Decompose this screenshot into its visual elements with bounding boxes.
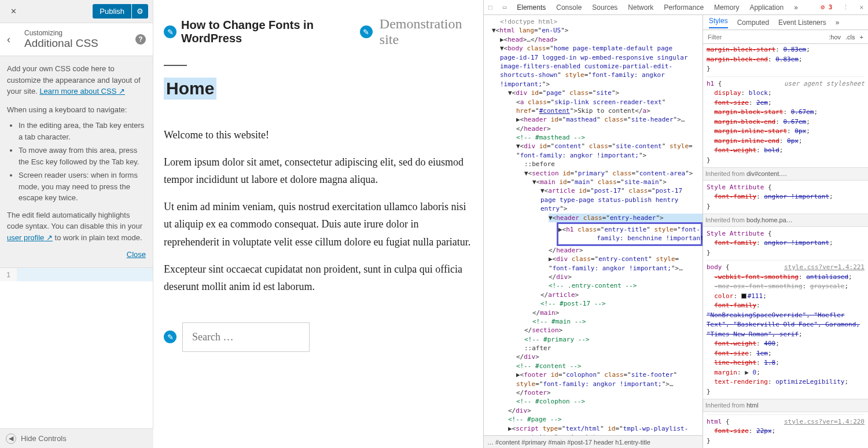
close-icon[interactable]: ✕	[5, 3, 22, 20]
back-icon[interactable]: ‹	[7, 34, 19, 46]
gear-icon[interactable]: ⚙	[132, 4, 148, 19]
list-item: Screen reader users: when in forms mode,…	[19, 170, 146, 204]
tab-computed[interactable]: Computed	[737, 19, 769, 27]
tab-sources[interactable]: Sources	[592, 3, 617, 12]
close-icon[interactable]: ✕	[859, 3, 863, 11]
tab-event-listeners[interactable]: Event Listeners	[778, 19, 826, 27]
css-rules[interactable]: margin-block-start: 0.83em;margin-block-…	[703, 44, 868, 448]
user-profile-link[interactable]: user profile ↗	[7, 233, 53, 242]
list-item: In the editing area, the Tab key enters …	[19, 120, 146, 142]
paragraph: Excepteur sint occaecat cupidatat non pr…	[164, 260, 473, 296]
filter-row: :hov .cls +	[703, 30, 868, 44]
tab-network[interactable]: Network	[628, 3, 653, 12]
kbd-list: In the editing area, the Tab key enters …	[7, 120, 146, 204]
line-number: 1	[0, 268, 17, 281]
styles-tabs: Styles Computed Event Listeners »	[703, 15, 868, 30]
more-tabs-icon[interactable]: »	[794, 3, 798, 12]
site-tagline: Demonstration site	[380, 16, 473, 47]
error-badge[interactable]: ⊘ 3	[821, 3, 833, 11]
styles-pane: Styles Computed Event Listeners » :hov .…	[703, 15, 868, 448]
more-tabs-icon[interactable]: »	[836, 19, 840, 27]
close-link[interactable]: Close	[7, 249, 146, 260]
divider	[164, 65, 187, 66]
css-editor[interactable]: 1	[0, 267, 153, 449]
hide-controls-button[interactable]: ◀ Hide Controls	[0, 428, 153, 448]
dom-tree[interactable]: <!doctype html>▼<html lang="en-US">▶<hea…	[484, 15, 703, 448]
customizing-label: Customizing	[24, 29, 135, 37]
chevron-left-icon: ◀	[6, 434, 16, 444]
device-icon[interactable]: ▭	[503, 3, 507, 11]
list-item: To move away from this area, press the E…	[19, 145, 146, 167]
edit-icon[interactable]: ✎	[164, 25, 176, 38]
edit-icon[interactable]: ✎	[164, 331, 176, 343]
tab-styles[interactable]: Styles	[709, 17, 728, 28]
add-rule-icon[interactable]: +	[860, 34, 863, 41]
paragraph: Welcome to this website!	[164, 126, 473, 144]
filter-input[interactable]	[708, 34, 824, 41]
devtools-panel: ⬚ ▭ Elements Console Sources Network Per…	[483, 0, 868, 448]
paragraph: Lorem ipsum dolor sit amet, consectetur …	[164, 153, 473, 189]
hov-toggle[interactable]: :hov	[829, 34, 841, 41]
customizer-panel: ✕ Publish ⚙ ‹ Customizing Additional CSS…	[0, 0, 153, 448]
search-input[interactable]	[182, 322, 310, 352]
tab-performance[interactable]: Performance	[664, 3, 704, 12]
site-preview: ✎ How to Change Fonts in WordPress ✎ Dem…	[153, 0, 483, 448]
tab-elements[interactable]: Elements	[517, 3, 546, 12]
learn-more-link[interactable]: Learn more about CSS ↗	[39, 87, 125, 96]
tab-console[interactable]: Console	[556, 3, 582, 12]
paragraph: Ut enim ad minim veniam, quis nostrud ex…	[164, 198, 473, 251]
section-description: Add your own CSS code here to customize …	[0, 56, 153, 267]
edit-icon[interactable]: ✎	[360, 25, 373, 38]
page-title: Home	[164, 78, 216, 100]
inspect-icon[interactable]: ⬚	[488, 3, 492, 11]
section-header: ‹ Customizing Additional CSS ?	[0, 23, 153, 56]
page-content: Home Welcome to this website! Lorem ipsu…	[153, 53, 483, 311]
help-icon[interactable]: ?	[135, 34, 146, 45]
devtools-tabs: ⬚ ▭ Elements Console Sources Network Per…	[484, 0, 868, 15]
settings-icon[interactable]: ⋮	[843, 3, 849, 11]
search-row: ✎	[153, 322, 483, 352]
section-title: Additional CSS	[24, 37, 135, 50]
site-title[interactable]: How to Change Fonts in WordPress	[181, 19, 355, 45]
breadcrumb[interactable]: … #content #primary #main #post-17 heade…	[484, 435, 703, 448]
cls-toggle[interactable]: .cls	[845, 34, 855, 41]
customizer-top-bar: ✕ Publish ⚙	[0, 0, 153, 23]
tab-application[interactable]: Application	[749, 3, 784, 12]
site-header: ✎ How to Change Fonts in WordPress ✎ Dem…	[153, 0, 483, 53]
publish-button[interactable]: Publish	[93, 4, 131, 19]
tab-memory[interactable]: Memory	[714, 3, 739, 12]
code-line[interactable]	[17, 268, 153, 281]
